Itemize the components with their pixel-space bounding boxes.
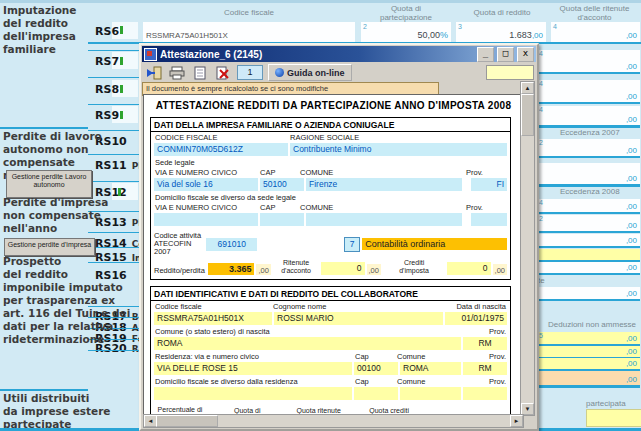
bg-field[interactable]: 4,00: [537, 199, 640, 214]
percent-sign: %: [440, 30, 448, 40]
vertical-scroll-thumb[interactable]: [521, 94, 534, 136]
help-globe-icon: [275, 68, 284, 77]
collab-prov-field[interactable]: RM: [463, 362, 507, 375]
bg-field[interactable]: 4,00: [537, 50, 640, 74]
field-number: 2: [363, 23, 367, 30]
ritenute-field[interactable]: 0: [321, 262, 364, 275]
label: Codice attivitàATECOFIN 2007: [154, 232, 204, 256]
exit-button[interactable]: [145, 65, 163, 81]
bg-field[interactable]: 4,00: [537, 80, 640, 104]
label: Prov.: [489, 327, 506, 336]
bg-field[interactable]: 4,00: [537, 106, 640, 128]
impresa-comune-field[interactable]: Firenze: [306, 178, 462, 191]
dialog-title-bar[interactable]: Attestazione_6 (2145) _ □ x: [142, 46, 536, 62]
label: Comune (o stato estero) di nascita: [155, 327, 489, 336]
header-quota-partecipazione: Quota di partecipazione: [356, 4, 456, 22]
header-quota-reddito: Quota di reddito: [452, 8, 552, 17]
truncated-label: te: [538, 276, 545, 285]
collab-nascita-field[interactable]: 01/01/1975: [445, 312, 507, 325]
horizontal-scrollbar[interactable]: ◄ ►: [143, 414, 524, 428]
impresa-codice-fiscale-field[interactable]: CONMIN70M05D612Z: [154, 143, 288, 156]
impresa-domicilio-via-field[interactable]: [154, 213, 258, 226]
bg-field[interactable]: 2,00: [537, 139, 640, 158]
label: Domicilio fiscale se diverso da sede leg…: [155, 193, 296, 202]
top-strip: [0, 0, 641, 3]
rs6-quota-partecipazione-field[interactable]: 2 50,00%: [361, 22, 451, 42]
row-separator: [88, 247, 139, 248]
label: COMUNE: [300, 168, 466, 177]
bg-field[interactable]: ,00: [537, 234, 640, 248]
codice-attivita-field[interactable]: 691010: [206, 238, 257, 251]
bg-field[interactable]: 5,00: [537, 332, 640, 346]
bg-field[interactable]: ,00: [537, 358, 640, 371]
toolbar-input[interactable]: [486, 65, 534, 80]
delete-document-button[interactable]: [214, 65, 232, 81]
collab-comune-nascita-field[interactable]: ROMA: [154, 337, 461, 350]
rs6-codice-fiscale-field[interactable]: RSSMRA75A01H501X: [143, 22, 355, 42]
printer-icon: [169, 66, 185, 80]
label: Comune: [397, 352, 489, 361]
collab-cap-field[interactable]: 00100: [354, 362, 398, 375]
rs6-quota-ritenute-field[interactable]: 4 ,00: [551, 22, 640, 42]
rs6-quota-reddito-field[interactable]: 3 1.683,00: [456, 22, 546, 42]
collab-prov-nascita-field[interactable]: RM: [463, 337, 507, 350]
collab-domicilio-via-field[interactable]: [154, 387, 352, 400]
decimal-suffix: ,00: [367, 264, 381, 275]
bg-field[interactable]: ,00: [537, 163, 640, 187]
sidebar-separator: [0, 389, 88, 391]
collab-domicilio-cap-field[interactable]: [354, 387, 398, 400]
impresa-ragione-sociale-field[interactable]: Contribuente Minimo: [290, 143, 507, 156]
delete-document-icon: [216, 66, 230, 80]
label: Crediti d'imposta: [383, 259, 445, 275]
scroll-right-arrow[interactable]: ►: [510, 415, 523, 427]
collab-cf-field[interactable]: RSSMRA75A01H501X: [154, 312, 272, 325]
contabilita-code-field[interactable]: 7: [344, 237, 361, 252]
label: Comune: [397, 377, 489, 386]
impresa-domicilio-cap-field[interactable]: [260, 213, 304, 226]
horizontal-scroll-thumb[interactable]: [156, 415, 218, 427]
sidebar-label-perdite-impresa: Perdite d'impresa non compensate nell'an…: [3, 196, 113, 235]
guida-online-button[interactable]: Guida on-line: [268, 64, 352, 81]
collab-residenza-field[interactable]: VIA DELLE ROSE 15: [154, 362, 352, 375]
bg-field[interactable]: 2,00: [537, 215, 640, 233]
row-separator: [88, 350, 139, 351]
gestione-perdite-lavoro-button[interactable]: Gestione perdite Lavoro autonomo: [6, 170, 92, 198]
maximize-button[interactable]: □: [497, 47, 514, 62]
header-codice-fiscale: Codice fiscale: [143, 8, 355, 17]
green-check-icon: [120, 26, 123, 34]
vertical-scrollbar[interactable]: ▲ ▼: [520, 81, 535, 416]
collab-domicilio-comune-field[interactable]: [400, 387, 461, 400]
exit-door-icon: [146, 66, 162, 80]
contabilita-field[interactable]: Contabilità ordinaria: [362, 238, 507, 250]
impresa-via-field[interactable]: Via del sole 16: [154, 178, 258, 191]
minimize-button[interactable]: _: [477, 47, 494, 62]
impresa-domicilio-comune-field[interactable]: [306, 213, 462, 226]
impresa-domicilio-prov-field[interactable]: [471, 213, 507, 226]
document-button[interactable]: [191, 65, 209, 81]
impresa-cap-field[interactable]: 50100: [260, 178, 304, 191]
section-impresa-title: DATI DELLA IMPRESA FAMILIARE O AZIENDA C…: [151, 118, 510, 132]
sidebar-label-imputazione: Imputazione del reddito dell'impresa fam…: [3, 4, 89, 56]
collab-cognome-field[interactable]: ROSSI MARIO: [274, 312, 443, 325]
label: Codice fiscale: [155, 302, 273, 311]
collab-domicilio-prov-field[interactable]: [463, 387, 507, 400]
page-number-box[interactable]: 1: [237, 65, 263, 80]
bg-field[interactable]: [537, 249, 640, 262]
gestione-perdite-impresa-button[interactable]: Gestione perdite d'impresa: [4, 238, 95, 256]
eccedenza-2007-label: Eccedenza 2007: [560, 128, 620, 137]
green-check-icon: [118, 188, 121, 196]
crediti-field[interactable]: 0: [447, 262, 490, 275]
label: Cognome nome: [273, 302, 456, 311]
label: Residenza: via e numero civico: [155, 352, 355, 361]
bg-field[interactable]: ,00: [537, 371, 640, 388]
scroll-up-arrow[interactable]: ▲: [521, 82, 534, 94]
reddito-perdita-field[interactable]: 3.365: [208, 263, 255, 275]
partecipata-label: partecipata: [586, 399, 626, 408]
impresa-prov-field[interactable]: FI: [471, 178, 507, 191]
print-button[interactable]: [168, 65, 186, 81]
close-button[interactable]: x: [517, 47, 534, 62]
bg-field[interactable]: ,00: [537, 262, 640, 275]
collab-comune-field[interactable]: ROMA: [400, 362, 461, 375]
partecipata-field[interactable]: [586, 409, 641, 427]
bg-field[interactable]: ,00: [537, 287, 640, 301]
